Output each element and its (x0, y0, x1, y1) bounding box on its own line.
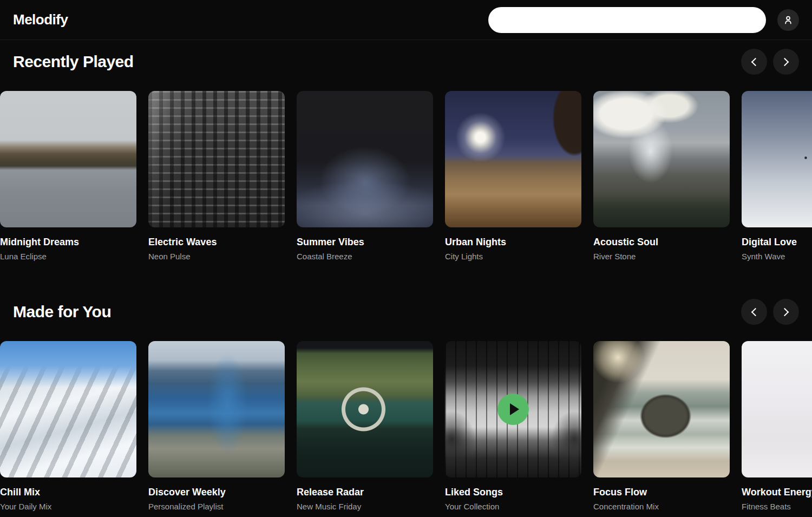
card-subtitle: City Lights (445, 252, 581, 261)
card-subtitle: Your Daily Mix (0, 502, 136, 511)
playlist-card[interactable]: Liked Songs Your Collection (445, 341, 581, 511)
card-title: Midnight Dreams (0, 237, 136, 248)
playlist-card[interactable]: Digital Love Synth Wave (742, 91, 812, 261)
playlist-card[interactable]: Summer Vibes Coastal Breeze (297, 91, 433, 261)
playlist-card[interactable]: Discover Weekly Personalized Playlist (148, 341, 285, 511)
playlist-card[interactable]: Acoustic Soul River Stone (593, 91, 730, 261)
card-subtitle: Luna Eclipse (0, 252, 136, 261)
scroll-left-button[interactable] (741, 299, 767, 325)
card-title: Acoustic Soul (593, 237, 730, 248)
card-title: Urban Nights (445, 237, 581, 248)
section-nav (741, 49, 799, 75)
card-title: Liked Songs (445, 487, 581, 498)
card-row: Midnight Dreams Luna Eclipse Electric Wa… (0, 91, 812, 261)
card-art (742, 91, 812, 227)
card-subtitle: River Stone (593, 252, 730, 261)
card-art (593, 91, 730, 227)
card-subtitle: Fitness Beats (742, 502, 812, 511)
play-button[interactable] (497, 394, 529, 425)
play-icon (510, 403, 519, 415)
content: Recently Played Midnight Dreams Luna Ecl… (0, 49, 812, 511)
section-header: Made for You (0, 299, 812, 325)
card-subtitle: Coastal Breeze (297, 252, 433, 261)
section: Recently Played Midnight Dreams Luna Ecl… (0, 49, 812, 261)
playlist-card[interactable]: Release Radar New Music Friday (297, 341, 433, 511)
scroll-right-button[interactable] (773, 299, 799, 325)
scroll-left-button[interactable] (741, 49, 767, 75)
card-title: Focus Flow (593, 487, 730, 498)
card-art (148, 341, 285, 477)
card-art (593, 341, 730, 477)
card-title: Chill Mix (0, 487, 136, 498)
card-art (297, 341, 433, 477)
chevron-right-icon (781, 57, 789, 66)
card-title: Workout Energy (742, 487, 812, 498)
playlist-card[interactable]: Urban Nights City Lights (445, 91, 581, 261)
card-subtitle: Personalized Playlist (148, 502, 285, 511)
card-title: Release Radar (297, 487, 433, 498)
card-art (445, 341, 581, 477)
card-subtitle: Synth Wave (742, 252, 812, 261)
card-subtitle: New Music Friday (297, 502, 433, 511)
chevron-left-icon (751, 57, 760, 66)
card-title: Summer Vibes (297, 237, 433, 248)
app-logo: Melodify (13, 11, 68, 28)
section: Made for You Chill Mix Your Daily Mix Di… (0, 299, 812, 511)
card-art (445, 91, 581, 227)
card-art (0, 341, 136, 477)
card-title: Digital Love (742, 237, 812, 248)
section-nav (741, 299, 799, 325)
card-title: Discover Weekly (148, 487, 285, 498)
playlist-card[interactable]: Workout Energy Fitness Beats (742, 341, 812, 511)
card-art (297, 91, 433, 227)
section-title: Made for You (13, 303, 111, 321)
playlist-card[interactable]: Chill Mix Your Daily Mix (0, 341, 136, 511)
search-input[interactable] (488, 7, 766, 33)
top-bar: Melodify (0, 0, 812, 40)
playlist-card[interactable]: Electric Waves Neon Pulse (148, 91, 285, 261)
section-title: Recently Played (13, 53, 134, 71)
card-subtitle: Your Collection (445, 502, 581, 511)
card-subtitle: Concentration Mix (593, 502, 730, 511)
playlist-card[interactable]: Midnight Dreams Luna Eclipse (0, 91, 136, 261)
card-subtitle: Neon Pulse (148, 252, 285, 261)
card-art (0, 91, 136, 227)
card-row: Chill Mix Your Daily Mix Discover Weekly… (0, 341, 812, 511)
chevron-right-icon (781, 307, 789, 316)
scroll-right-button[interactable] (773, 49, 799, 75)
playlist-card[interactable]: Focus Flow Concentration Mix (593, 341, 730, 511)
card-title: Electric Waves (148, 237, 285, 248)
card-art (148, 91, 285, 227)
profile-button[interactable] (777, 9, 799, 31)
card-art (742, 341, 812, 477)
user-icon (782, 14, 794, 26)
section-header: Recently Played (0, 49, 812, 75)
chevron-left-icon (751, 307, 760, 316)
